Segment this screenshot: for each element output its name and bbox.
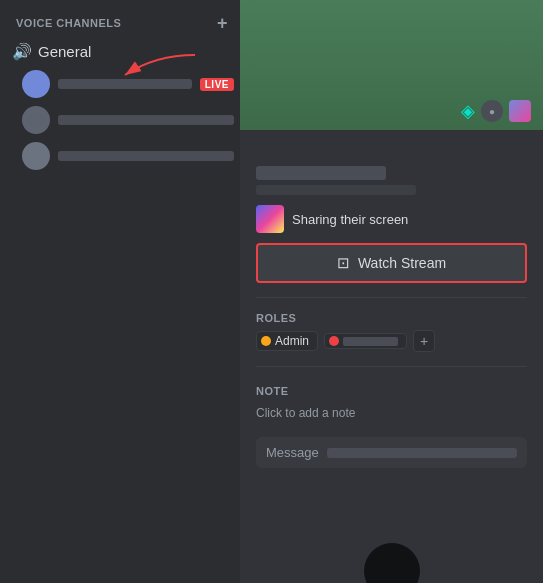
roles-section: ROLES Admin + (256, 312, 527, 352)
nitro-icon[interactable]: ◈ (461, 100, 475, 122)
voice-channels-header: Voice Channels + (0, 8, 240, 38)
message-bar[interactable]: Message (256, 437, 527, 468)
role-member-bar (343, 337, 398, 346)
note-label: NOTE (256, 385, 527, 397)
profile-color-icon[interactable] (509, 100, 531, 122)
role-admin-label: Admin (275, 334, 309, 348)
role-dot-admin (261, 336, 271, 346)
avatar-inner (364, 543, 420, 583)
sidebar: Voice Channels + 🔊 General LIVE (0, 0, 240, 583)
roles-row: Admin + (256, 330, 527, 352)
username-text (58, 79, 192, 89)
message-label: Message (266, 445, 319, 460)
options-icon[interactable]: ● (481, 100, 503, 122)
avatar (22, 70, 50, 98)
voice-channels-label: Voice Channels (16, 17, 121, 29)
add-channel-button[interactable]: + (213, 12, 232, 34)
divider (256, 297, 527, 298)
profile-icons: ◈ ● (461, 100, 531, 122)
list-item[interactable] (16, 139, 240, 173)
username-block (256, 166, 527, 195)
note-section: NOTE Click to add a note (256, 385, 527, 421)
profile-body: Sharing their screen ⊡ Watch Stream ROLE… (240, 130, 543, 480)
sharing-text: Sharing their screen (292, 212, 408, 227)
channel-name-label: General (38, 43, 91, 60)
username-text (58, 151, 234, 161)
divider-2 (256, 366, 527, 367)
speaker-icon: 🔊 (12, 42, 32, 61)
add-role-button[interactable]: + (413, 330, 435, 352)
discriminator-bar (256, 185, 416, 195)
role-badge-member[interactable] (324, 333, 407, 349)
general-channel[interactable]: 🔊 General (0, 38, 240, 65)
note-placeholder[interactable]: Click to add a note (256, 406, 355, 420)
roles-label: ROLES (256, 312, 527, 324)
dot-icon: ● (489, 106, 495, 117)
avatar (22, 142, 50, 170)
username-text (58, 115, 234, 125)
tv-icon: ⊡ (337, 254, 350, 272)
avatar (22, 106, 50, 134)
screen-share-icon (256, 205, 284, 233)
role-dot-member (329, 336, 339, 346)
watch-stream-label: Watch Stream (358, 255, 446, 271)
list-item[interactable] (16, 103, 240, 137)
role-badge-admin[interactable]: Admin (256, 331, 318, 351)
watch-stream-button[interactable]: ⊡ Watch Stream (256, 243, 527, 283)
sharing-row: Sharing their screen (256, 205, 527, 233)
username-bar (256, 166, 386, 180)
live-badge: LIVE (200, 78, 234, 91)
main-panel: ◈ ● Sharing their screen ⊡ Watch Stream … (240, 0, 543, 583)
message-content (327, 448, 517, 458)
profile-avatar (360, 539, 424, 583)
list-item[interactable]: LIVE (16, 67, 240, 101)
user-list: LIVE (0, 67, 240, 173)
